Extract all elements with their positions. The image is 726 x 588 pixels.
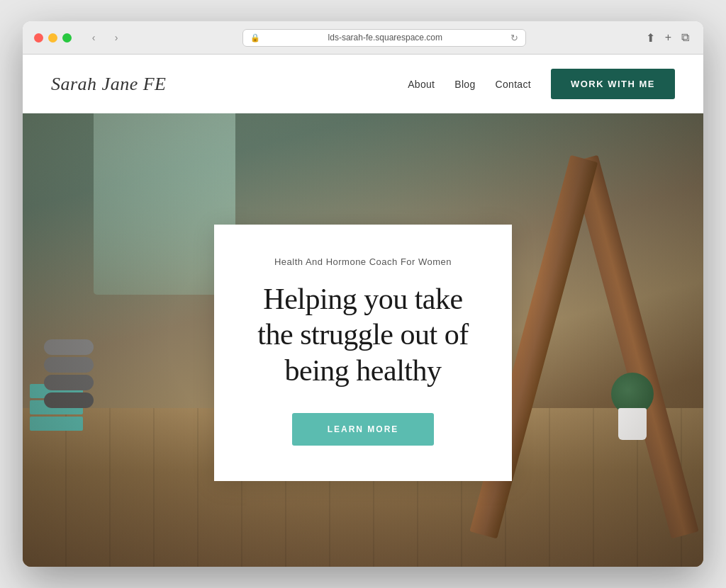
plant-decoration bbox=[618, 408, 647, 440]
mat-roll-3 bbox=[44, 375, 94, 390]
new-tab-button[interactable]: + bbox=[662, 30, 674, 45]
maximize-button[interactable] bbox=[62, 33, 72, 43]
hero-section: Health And Hormone Coach For Women Helpi… bbox=[23, 113, 703, 567]
nav-about[interactable]: About bbox=[408, 79, 435, 90]
website: Sarah Jane FE About Blog Contact WORK WI… bbox=[23, 55, 703, 567]
work-with-me-button[interactable]: WORK WITH ME bbox=[551, 69, 675, 99]
browser-titlebar: ‹ › 🔒 lds-sarah-fe.squarespace.com ↻ ⬆ +… bbox=[34, 28, 692, 54]
learn-more-button[interactable]: LEARN MORE bbox=[292, 413, 435, 446]
back-button[interactable]: ‹ bbox=[84, 28, 103, 47]
minimize-button[interactable] bbox=[48, 33, 57, 43]
browser-nav: ‹ › bbox=[84, 28, 125, 47]
hero-subtitle: Health And Hormone Coach For Women bbox=[253, 256, 473, 267]
site-logo: Sarah Jane FE bbox=[51, 74, 166, 95]
hero-title: Helping you take the struggle out of bei… bbox=[253, 281, 473, 388]
traffic-lights bbox=[34, 33, 72, 43]
tabs-button[interactable]: ⧉ bbox=[678, 30, 692, 45]
lock-icon: 🔒 bbox=[250, 33, 260, 43]
mat-rolls bbox=[44, 339, 94, 408]
address-bar[interactable]: 🔒 lds-sarah-fe.squarespace.com ↻ bbox=[242, 29, 526, 47]
nav-blog[interactable]: Blog bbox=[454, 79, 475, 90]
forward-button[interactable]: › bbox=[107, 28, 125, 47]
browser-chrome: ‹ › 🔒 lds-sarah-fe.squarespace.com ↻ ⬆ +… bbox=[23, 21, 703, 55]
refresh-icon[interactable]: ↻ bbox=[510, 33, 518, 43]
mat-roll-1 bbox=[44, 339, 94, 355]
plant-pot bbox=[618, 408, 647, 440]
yoga-block-3 bbox=[30, 417, 83, 431]
site-nav: Sarah Jane FE About Blog Contact WORK WI… bbox=[23, 55, 703, 113]
browser-window: ‹ › 🔒 lds-sarah-fe.squarespace.com ↻ ⬆ +… bbox=[23, 21, 703, 567]
nav-contact[interactable]: Contact bbox=[496, 79, 531, 90]
share-button[interactable]: ⬆ bbox=[643, 30, 658, 46]
mat-roll-4 bbox=[44, 392, 94, 408]
url-text: lds-sarah-fe.squarespace.com bbox=[264, 33, 506, 43]
close-button[interactable] bbox=[34, 33, 43, 43]
nav-links: About Blog Contact WORK WITH ME bbox=[408, 69, 675, 99]
hero-card: Health And Hormone Coach For Women Helpi… bbox=[214, 225, 512, 481]
browser-actions: ⬆ + ⧉ bbox=[643, 30, 692, 46]
mat-roll-2 bbox=[44, 357, 94, 373]
